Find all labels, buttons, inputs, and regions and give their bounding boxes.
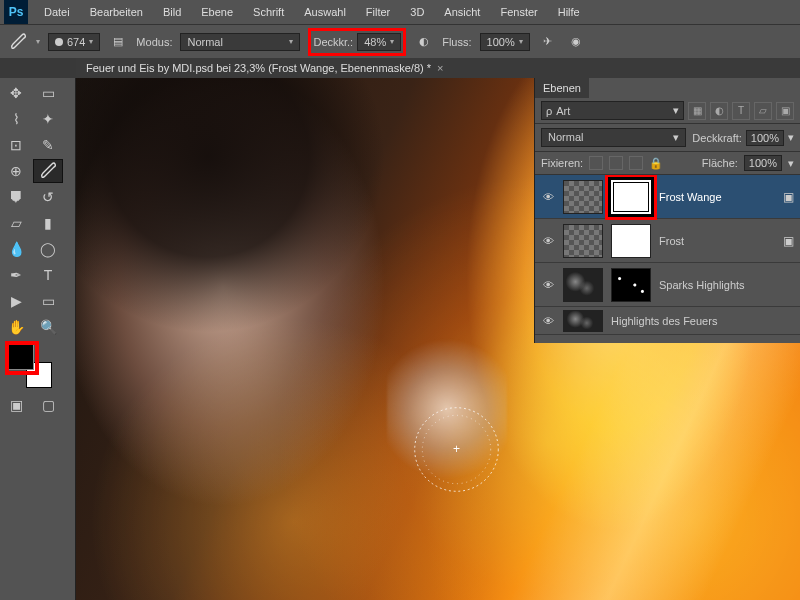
link-icon[interactable]: ▣	[783, 234, 794, 248]
opacity-input[interactable]: 48%▾	[357, 33, 401, 51]
visibility-icon[interactable]: 👁	[541, 315, 555, 327]
move-tool[interactable]: ✥	[1, 81, 31, 105]
quickmask-tool[interactable]: ▣	[1, 393, 31, 417]
layer-row[interactable]: 👁 Frost Wange ▣	[535, 175, 800, 219]
zoom-tool[interactable]: 🔍	[33, 315, 63, 339]
filter-pixel-icon[interactable]: ▦	[688, 102, 706, 120]
blend-mode-select[interactable]: Normal▾	[180, 33, 300, 51]
brush-icon	[8, 32, 28, 52]
flow-input[interactable]: 100%▾	[480, 33, 530, 51]
visibility-icon[interactable]: 👁	[541, 191, 555, 203]
layer-row[interactable]: 👁 Frost ▣	[535, 219, 800, 263]
lock-transparency-icon[interactable]	[589, 156, 603, 170]
filter-shape-icon[interactable]: ▱	[754, 102, 772, 120]
pressure-opacity-icon[interactable]: ◐	[414, 32, 434, 52]
lock-pixels-icon[interactable]	[609, 156, 623, 170]
color-swatches[interactable]	[8, 344, 52, 388]
layer-mask-thumbnail[interactable]	[611, 268, 651, 302]
brush-size-label: 674	[67, 36, 85, 48]
layers-list: 👁 Frost Wange ▣ 👁 Frost ▣ 👁	[535, 175, 800, 335]
menu-schrift[interactable]: Schrift	[243, 6, 294, 18]
app-logo: Ps	[4, 0, 28, 24]
layer-thumbnail[interactable]	[563, 268, 603, 302]
canvas[interactable]: + Ebenen ρArt▾ ▦ ◐ T ▱ ▣ Normal▾ Deckkra…	[76, 78, 800, 600]
link-icon[interactable]: ▣	[783, 190, 794, 204]
layer-blend-select[interactable]: Normal▾	[541, 128, 686, 147]
layer-thumbnail[interactable]	[563, 180, 603, 214]
blur-tool[interactable]: 💧	[1, 237, 31, 261]
flow-label: Fluss:	[442, 36, 471, 48]
shape-tool[interactable]: ▭	[33, 289, 63, 313]
fill-input[interactable]: 100%	[744, 155, 782, 171]
wand-tool[interactable]: ✦	[33, 107, 63, 131]
menu-bar: Ps Datei Bearbeiten Bild Ebene Schrift A…	[0, 0, 800, 24]
hand-tool[interactable]: ✋	[1, 315, 31, 339]
pressure-size-icon[interactable]: ◉	[566, 32, 586, 52]
document-tab[interactable]: Feuer und Eis by MDI.psd bei 23,3% (Fros…	[76, 58, 800, 78]
menu-3d[interactable]: 3D	[400, 6, 434, 18]
layer-name[interactable]: Sparks Highlights	[659, 279, 794, 291]
type-tool[interactable]: T	[33, 263, 63, 287]
swatch-highlight	[5, 341, 39, 375]
lock-position-icon[interactable]	[629, 156, 643, 170]
lock-all-icon[interactable]: 🔒	[649, 157, 663, 170]
layer-thumbnail[interactable]	[563, 224, 603, 258]
opacity-label: Deckkr.:	[313, 36, 353, 48]
brush-panel-icon[interactable]: ▤	[108, 32, 128, 52]
brush-tool[interactable]	[33, 159, 63, 183]
brush-preset-picker[interactable]: 674 ▾	[48, 33, 100, 51]
gradient-tool[interactable]: ▮	[33, 211, 63, 235]
visibility-icon[interactable]: 👁	[541, 279, 555, 291]
tool-preset-chevron[interactable]: ▾	[36, 37, 40, 46]
visibility-icon[interactable]: 👁	[541, 235, 555, 247]
menu-bearbeiten[interactable]: Bearbeiten	[80, 6, 153, 18]
brush-cursor: +	[409, 402, 504, 497]
crop-tool[interactable]: ⊡	[1, 133, 31, 157]
history-brush-tool[interactable]: ↺	[33, 185, 63, 209]
layers-panel: Ebenen ρArt▾ ▦ ◐ T ▱ ▣ Normal▾ Deckkraft…	[534, 78, 800, 343]
layer-opacity-label: Deckkraft:	[692, 132, 742, 144]
stamp-tool[interactable]: ⛊	[1, 185, 31, 209]
filter-adjust-icon[interactable]: ◐	[710, 102, 728, 120]
layer-name[interactable]: Frost Wange	[659, 191, 775, 203]
menu-fenster[interactable]: Fenster	[490, 6, 547, 18]
filter-type-icon[interactable]: T	[732, 102, 750, 120]
layer-row[interactable]: 👁 Sparks Highlights	[535, 263, 800, 307]
path-select-tool[interactable]: ▶	[1, 289, 31, 313]
layer-mask-thumbnail[interactable]	[611, 180, 651, 214]
menu-hilfe[interactable]: Hilfe	[548, 6, 590, 18]
layer-name[interactable]: Highlights des Feuers	[611, 315, 794, 327]
screenmode-tool[interactable]: ▢	[33, 393, 63, 417]
eraser-tool[interactable]: ▱	[1, 211, 31, 235]
close-tab-icon[interactable]: ×	[437, 62, 443, 74]
dodge-tool[interactable]: ◯	[33, 237, 63, 261]
eyedropper-tool[interactable]: ✎	[33, 133, 63, 157]
menu-bild[interactable]: Bild	[153, 6, 191, 18]
pen-tool[interactable]: ✒	[1, 263, 31, 287]
menu-filter[interactable]: Filter	[356, 6, 400, 18]
menu-datei[interactable]: Datei	[34, 6, 80, 18]
healing-tool[interactable]: ⊕	[1, 159, 31, 183]
fill-label: Fläche:	[702, 157, 738, 169]
menu-auswahl[interactable]: Auswahl	[294, 6, 356, 18]
layer-filter-select[interactable]: ρArt▾	[541, 101, 684, 120]
layer-opacity-input[interactable]: 100%	[746, 130, 784, 146]
lasso-tool[interactable]: ⌇	[1, 107, 31, 131]
menu-ansicht[interactable]: Ansicht	[434, 6, 490, 18]
opacity-highlight: Deckkr.: 48%▾	[308, 28, 406, 56]
layer-thumbnail[interactable]	[563, 310, 603, 332]
lock-label: Fixieren:	[541, 157, 583, 169]
mode-label: Modus:	[136, 36, 172, 48]
layer-row[interactable]: 👁 Highlights des Feuers	[535, 307, 800, 335]
tools-panel: ✥▭ ⌇✦ ⊡✎ ⊕ ⛊↺ ▱▮ 💧◯ ✒T ▶▭ ✋🔍 ▣▢	[0, 78, 76, 600]
layer-name[interactable]: Frost	[659, 235, 775, 247]
layer-mask-thumbnail[interactable]	[611, 224, 651, 258]
layers-tab[interactable]: Ebenen	[535, 78, 589, 98]
options-bar: ▾ 674 ▾ ▤ Modus: Normal▾ Deckkr.: 48%▾ ◐…	[0, 24, 800, 58]
airbrush-icon[interactable]: ✈	[538, 32, 558, 52]
filter-smart-icon[interactable]: ▣	[776, 102, 794, 120]
menu-ebene[interactable]: Ebene	[191, 6, 243, 18]
marquee-tool[interactable]: ▭	[33, 81, 63, 105]
